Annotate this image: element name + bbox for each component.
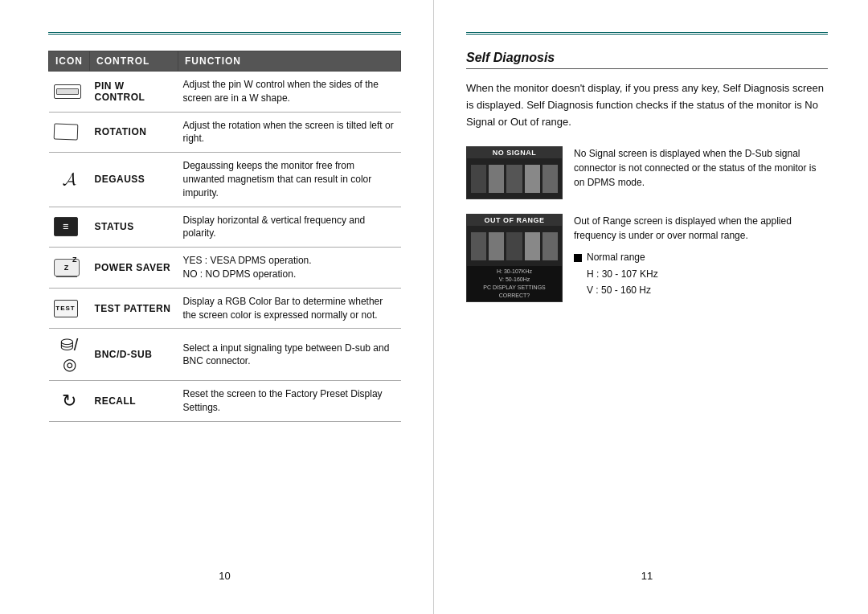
table-header-row: ICON CONTROL FUNCTION	[49, 51, 401, 72]
bar-3	[506, 165, 522, 193]
table-row: ZZPOWER SAVERYES : VESA DPMS operation.N…	[49, 248, 401, 289]
top-rule-left	[48, 32, 401, 35]
table-row: ☰STATUSDisplay horizontal & vertical fre…	[49, 207, 401, 248]
icon-recall: ↻	[49, 381, 90, 422]
bar-4	[525, 165, 540, 193]
icon-control-table: ICON CONTROL FUNCTION PIN W CONTROLAdjus…	[48, 51, 401, 422]
icon-bnc: ⛁/◎	[49, 329, 90, 381]
out-of-range-screen: OUT OF RANGE H: 30-107KHz V: 50-160Hz PC…	[466, 214, 563, 301]
v-range: V : 50 - 160 Hz	[574, 282, 828, 298]
table-row: ROTATIONAdjust the rotation when the scr…	[49, 112, 401, 153]
control-status: STATUS	[90, 207, 178, 248]
function-pin-w: Adjust the pin W control when the sides …	[178, 72, 401, 113]
left-page: ICON CONTROL FUNCTION PIN W CONTROLAdjus…	[0, 0, 434, 614]
oor-desc-text: Out of Range screen is displayed when th…	[574, 215, 792, 241]
no-signal-item: NO SIGNAL No Signal screen is displayed …	[466, 146, 828, 199]
page-number-left: 10	[48, 570, 401, 582]
col-icon: ICON	[49, 51, 90, 72]
right-page: Self Diagnosis When the monitor doesn't …	[434, 0, 868, 614]
section-title: Self Diagnosis	[466, 51, 828, 69]
normal-range-label-row: Normal range	[574, 249, 828, 265]
no-signal-box: NO SIGNAL	[466, 146, 563, 199]
out-of-range-box: OUT OF RANGE H: 30-107KHz V: 50-160Hz PC…	[466, 214, 563, 301]
control-recall: RECALL	[90, 381, 178, 422]
icon-status: ☰	[49, 207, 90, 248]
bar-5	[542, 165, 558, 193]
icon-degauss: 𝓐	[49, 153, 90, 207]
diagnosis-items: NO SIGNAL No Signal screen is displayed …	[466, 146, 828, 554]
top-rule-right	[466, 32, 828, 35]
oor-bar-2	[489, 232, 504, 260]
footer-line1: H: 30-107KHz	[470, 268, 559, 276]
table-row: 𝓐DEGAUSSDegaussing keeps the monitor fre…	[49, 153, 401, 207]
footer-line4: CORRECT?	[470, 292, 559, 300]
oor-bar-4	[525, 232, 540, 260]
out-of-range-description: Out of Range screen is displayed when th…	[574, 214, 828, 298]
oor-bar-5	[542, 232, 558, 260]
control-rotation: ROTATION	[90, 112, 178, 153]
col-function: FUNCTION	[178, 51, 401, 72]
screen-footer: H: 30-107KHz V: 50-160Hz PC DISPLAY SETT…	[467, 266, 562, 301]
control-bnc: BNC/D-SUB	[90, 329, 178, 381]
table-row: TESTTEST PATTERNDisplay a RGB Color Bar …	[49, 288, 401, 329]
no-signal-bars	[467, 158, 562, 199]
control-test-pattern: TEST PATTERN	[90, 288, 178, 329]
bar-1	[471, 165, 486, 193]
control-degauss: DEGAUSS	[90, 153, 178, 207]
bar-2	[489, 165, 504, 193]
oor-bar-3	[506, 232, 522, 260]
function-power-saver: YES : VESA DPMS operation.NO : NO DPMS o…	[178, 248, 401, 289]
oor-bar-1	[471, 232, 486, 260]
control-pin-w: PIN W CONTROL	[90, 72, 178, 113]
table-row: ⛁/◎BNC/D-SUBSelect a input signaling typ…	[49, 329, 401, 381]
icon-power-saver: ZZ	[49, 248, 90, 289]
footer-line3: PC DISPLAY SETTINGS	[470, 284, 559, 292]
out-of-range-label: OUT OF RANGE	[467, 215, 562, 226]
normal-range-box: Normal range H : 30 - 107 KHz V : 50 - 1…	[574, 249, 828, 298]
icon-table-wrapper: ICON CONTROL FUNCTION PIN W CONTROLAdjus…	[48, 51, 401, 554]
no-signal-label: NO SIGNAL	[467, 147, 562, 158]
intro-text: When the monitor doesn't display, if you…	[466, 80, 828, 130]
control-power-saver: POWER SAVER	[90, 248, 178, 289]
h-range: H : 30 - 107 KHz	[574, 266, 828, 282]
table-row: PIN W CONTROLAdjust the pin W control wh…	[49, 72, 401, 113]
icon-pin-w	[49, 72, 90, 113]
function-degauss: Degaussing keeps the monitor free from u…	[178, 153, 401, 207]
function-recall: Reset the screen to the Factory Preset D…	[178, 381, 401, 422]
icon-test-pattern: TEST	[49, 288, 90, 329]
page-number-right: 11	[466, 570, 828, 582]
footer-line2: V: 50-160Hz	[470, 276, 559, 284]
col-control: CONTROL	[90, 51, 178, 72]
function-bnc: Select a input signaling type between D-…	[178, 329, 401, 381]
no-signal-screen: NO SIGNAL	[466, 146, 563, 199]
icon-rotation	[49, 112, 90, 153]
black-square-icon	[574, 254, 582, 262]
function-test-pattern: Display a RGB Color Bar to determine whe…	[178, 288, 401, 329]
no-signal-description: No Signal screen is displayed when the D…	[574, 146, 828, 190]
normal-range-label: Normal range	[587, 249, 645, 265]
table-row: ↻RECALLReset the screen to the Factory P…	[49, 381, 401, 422]
out-of-range-item: OUT OF RANGE H: 30-107KHz V: 50-160Hz PC…	[466, 214, 828, 301]
out-of-range-bars	[467, 226, 562, 266]
function-status: Display horizontal & vertical frequency …	[178, 207, 401, 248]
function-rotation: Adjust the rotation when the screen is t…	[178, 112, 401, 153]
